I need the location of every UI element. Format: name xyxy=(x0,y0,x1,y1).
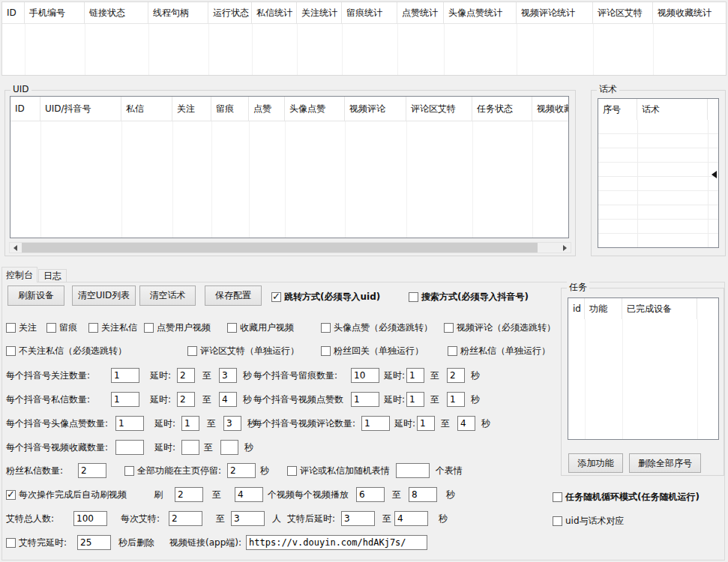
at-each-from-input[interactable] xyxy=(169,511,202,526)
uid-col-video-comment[interactable]: 视频评论 xyxy=(345,97,406,121)
uid-col-id[interactable]: ID xyxy=(10,97,40,121)
jump-mode-checkbox[interactable]: 跳转方式(必须导入uid) xyxy=(271,291,380,303)
scrollbar-thumb[interactable] xyxy=(22,243,538,253)
script-col-script[interactable]: 话术 xyxy=(637,99,708,120)
device-table-body[interactable] xyxy=(2,24,726,75)
auto-swipe-checkbox[interactable]: 每次操作完成后自动刷视频 xyxy=(6,489,127,501)
video-link-input[interactable] xyxy=(246,535,427,550)
device-col-dm-stat[interactable]: 私信统计 xyxy=(252,2,297,23)
trace-checkbox[interactable]: 留痕 xyxy=(46,321,77,333)
task-random-loop-checkbox[interactable]: 任务随机循环模式(任务随机运行) xyxy=(553,491,700,503)
clear-uid-list-button[interactable]: 清空UID列表 xyxy=(72,285,136,306)
uid-col-follow[interactable]: 关注 xyxy=(172,97,211,121)
uid-col-comment-at[interactable]: 评论区艾特 xyxy=(406,97,472,121)
uid-table-body[interactable] xyxy=(10,121,568,238)
device-col-avatar-like-stat[interactable]: 头像点赞统计 xyxy=(444,2,517,23)
device-col-phone[interactable]: 手机编号 xyxy=(25,2,85,23)
follow-delay-to-input[interactable] xyxy=(219,368,237,383)
stay-home-checkbox[interactable]: 全部功能在主页停留: xyxy=(124,465,221,477)
at-delay-to-input[interactable] xyxy=(394,511,428,526)
device-col-comment-at-stat[interactable]: 评论区艾特 xyxy=(593,2,653,23)
device-col-trace-stat[interactable]: 留痕统计 xyxy=(342,2,397,23)
swipe-to-input[interactable] xyxy=(235,487,263,502)
device-col-thread[interactable]: 线程句柄 xyxy=(148,2,208,23)
avatar-like-checkbox[interactable]: 头像点赞（必须选跳转） xyxy=(321,321,433,333)
add-function-button[interactable]: 添加功能 xyxy=(568,453,623,473)
device-col-video-fav-stat[interactable]: 视频收藏统计 xyxy=(653,2,726,23)
trace-count-input[interactable] xyxy=(351,368,379,383)
device-col-id[interactable]: ID xyxy=(2,2,25,23)
task-col-id[interactable]: id xyxy=(568,298,585,319)
fans-dm-checkbox[interactable]: 粉丝私信（单独运行） xyxy=(448,345,550,357)
scrollbar-track[interactable] xyxy=(21,243,559,253)
avatar-like-count-input[interactable] xyxy=(115,416,144,431)
play-to-input[interactable] xyxy=(409,487,437,502)
dm-delay-to-input[interactable] xyxy=(219,392,237,407)
script-col-extra[interactable] xyxy=(708,99,718,120)
task-col-function[interactable]: 功能 xyxy=(585,298,622,319)
at-each-to-input[interactable] xyxy=(231,511,265,526)
video-fav-delay-from-input[interactable] xyxy=(181,440,199,455)
follow-dm-checkbox[interactable]: 关注私信 xyxy=(88,321,137,333)
video-like-delay-from-input[interactable] xyxy=(406,392,424,407)
uid-col-avatar-like[interactable]: 头像点赞 xyxy=(285,97,345,121)
fans-follow-back-checkbox[interactable]: 粉丝回关（单独运行） xyxy=(321,345,424,357)
swipe-from-input[interactable] xyxy=(175,487,203,502)
at-done-delay-checkbox[interactable]: 艾特完延时: xyxy=(6,537,67,549)
follow-count-input[interactable] xyxy=(111,368,139,383)
stay-home-seconds-input[interactable] xyxy=(227,463,256,478)
tab-console[interactable]: 控制台 xyxy=(1,267,37,282)
trace-delay-from-input[interactable] xyxy=(406,368,424,383)
clear-script-button[interactable]: 清空话术 xyxy=(139,285,196,306)
fans-dm-count-input[interactable] xyxy=(78,463,106,478)
uid-col-uid[interactable]: UID/抖音号 xyxy=(40,97,121,121)
task-col-extra[interactable] xyxy=(697,298,718,319)
at-delay-from-input[interactable] xyxy=(341,511,375,526)
random-emoji-checkbox[interactable]: 评论或私信加随机表情 xyxy=(287,465,390,477)
uid-col-dm[interactable]: 私信 xyxy=(121,97,172,121)
device-col-like-stat[interactable]: 点赞统计 xyxy=(397,2,444,23)
save-config-button[interactable]: 保存配置 xyxy=(205,285,262,306)
scroll-left-button[interactable] xyxy=(10,243,21,253)
script-table-body[interactable] xyxy=(598,120,718,247)
video-like-count-input[interactable] xyxy=(351,392,379,407)
device-col-link-status[interactable]: 链接状态 xyxy=(85,2,148,23)
refresh-device-button[interactable]: 刷新设备 xyxy=(7,285,64,306)
like-user-video-checkbox[interactable]: 点赞用户视频 xyxy=(144,321,211,333)
task-col-done-devices[interactable]: 已完成设备 xyxy=(622,298,697,319)
device-col-follow-stat[interactable]: 关注统计 xyxy=(297,2,342,23)
fav-user-video-checkbox[interactable]: 收藏用户视频 xyxy=(227,321,294,333)
play-from-input[interactable] xyxy=(356,487,385,502)
dm-count-input[interactable] xyxy=(111,392,139,407)
uid-col-trace[interactable]: 留痕 xyxy=(211,97,249,121)
follow-delay-from-input[interactable] xyxy=(177,368,195,383)
task-table-body[interactable] xyxy=(568,319,718,439)
video-fav-count-input[interactable] xyxy=(115,440,144,455)
trace-delay-to-input[interactable] xyxy=(447,368,465,383)
video-comment-delay-from-input[interactable] xyxy=(417,416,435,431)
uid-horizontal-scrollbar[interactable] xyxy=(9,242,571,253)
uid-col-task-status[interactable]: 任务状态 xyxy=(472,97,532,121)
script-col-serial[interactable]: 序号 xyxy=(598,99,637,120)
avatar-like-delay-to-input[interactable] xyxy=(223,416,241,431)
scroll-right-button[interactable] xyxy=(559,243,571,253)
emoji-count-input[interactable] xyxy=(396,463,430,478)
uid-script-match-checkbox[interactable]: uid与话术对应 xyxy=(553,515,625,527)
video-comment-count-input[interactable] xyxy=(361,416,390,431)
at-done-delay-input[interactable] xyxy=(77,535,111,550)
avatar-like-delay-from-input[interactable] xyxy=(181,416,199,431)
uid-col-video-fav[interactable]: 视频收藏 xyxy=(532,97,568,121)
video-like-delay-to-input[interactable] xyxy=(447,392,465,407)
at-total-input[interactable] xyxy=(73,511,107,526)
search-mode-checkbox[interactable]: 搜索方式(必须导入抖音号) xyxy=(409,291,529,303)
video-comment-delay-to-input[interactable] xyxy=(457,416,475,431)
device-col-run-status[interactable]: 运行状态 xyxy=(208,2,252,23)
uid-col-like[interactable]: 点赞 xyxy=(249,97,285,121)
tab-log[interactable]: 日志 xyxy=(38,269,67,282)
delete-all-serial-button[interactable]: 删除全部序号 xyxy=(629,453,701,473)
dm-delay-from-input[interactable] xyxy=(177,392,195,407)
video-fav-delay-to-input[interactable] xyxy=(220,440,238,455)
comment-at-checkbox[interactable]: 评论区艾特（单独运行） xyxy=(187,345,299,357)
no-follow-dm-checkbox[interactable]: 不关注私信（必须选跳转） xyxy=(6,345,127,357)
device-col-video-comment-stat[interactable]: 视频评论统计 xyxy=(517,2,593,23)
